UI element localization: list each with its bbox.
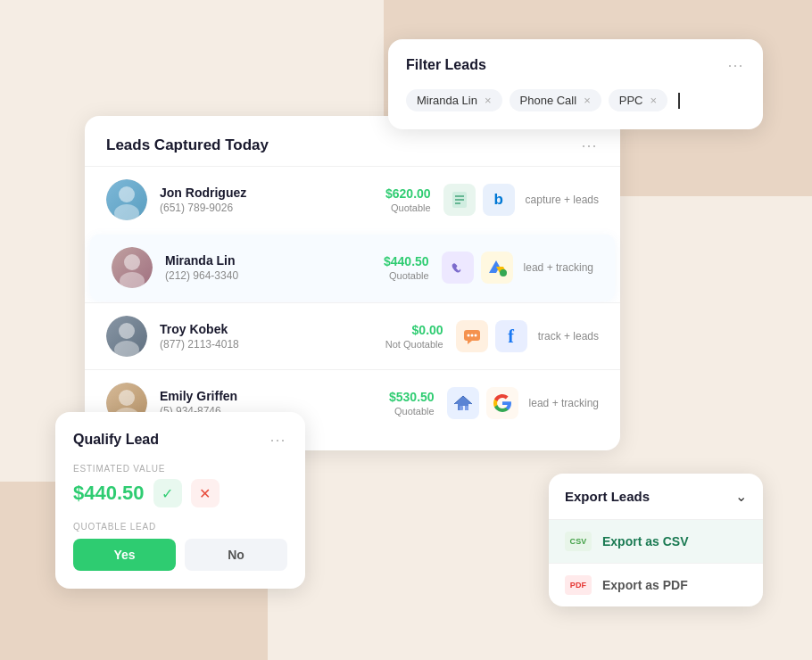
svg-rect-8 bbox=[447, 257, 468, 278]
svg-point-0 bbox=[119, 186, 135, 202]
filter-tag-ppc[interactable]: PPC × bbox=[609, 89, 667, 111]
qualify-value-row: $440.50 ✓ ✕ bbox=[73, 479, 287, 507]
avatar-img-troy bbox=[106, 316, 147, 357]
avatar-svg-troy bbox=[106, 316, 147, 357]
export-card-header: Export Leads ⌄ bbox=[549, 474, 763, 520]
filter-cursor bbox=[678, 93, 680, 109]
lead-name-jon: Jon Rodriguez bbox=[160, 186, 347, 200]
form-icon bbox=[443, 184, 476, 216]
export-csv-label: Export as CSV bbox=[602, 534, 688, 549]
lead-phone-troy: (877) 2113-4018 bbox=[160, 338, 360, 351]
call-icon-svg bbox=[447, 257, 468, 278]
qualify-card-menu[interactable]: ⋯ bbox=[269, 430, 287, 450]
svg-point-6 bbox=[124, 254, 140, 270]
svg-point-17 bbox=[474, 334, 476, 337]
svg-point-9 bbox=[500, 269, 507, 276]
bing-icon: b bbox=[483, 184, 515, 216]
lead-info-jon: Jon Rodriguez (651) 789-9026 bbox=[160, 186, 347, 214]
lead-icons-miranda: lead + tracking bbox=[442, 252, 593, 284]
lead-value-jon: $620.00 Quotable bbox=[360, 186, 431, 213]
form-icon-svg bbox=[450, 190, 469, 210]
lead-name-emily: Emily Griffen bbox=[160, 389, 351, 403]
pdf-icon: PDF bbox=[565, 575, 592, 595]
lead-icons-jon: b capture + leads bbox=[443, 184, 599, 216]
export-pdf-option[interactable]: PDF Export as PDF bbox=[549, 564, 763, 606]
leads-card-menu[interactable]: ⋯ bbox=[581, 136, 599, 155]
lead-row-troy[interactable]: Troy Kobek (877) 2113-4018 $0.00 Not Quo… bbox=[85, 302, 620, 369]
qualify-card-header: Qualify Lead ⋯ bbox=[73, 430, 287, 450]
svg-point-10 bbox=[119, 323, 135, 339]
lead-tag-jon: capture + leads bbox=[526, 194, 599, 206]
avatar-jon bbox=[106, 179, 147, 220]
qualify-quotable-label: QUOTABLE LEAD bbox=[73, 522, 287, 532]
home-icon-svg bbox=[451, 391, 476, 416]
csv-icon: CSV bbox=[565, 532, 592, 551]
filter-card-title: Filter Leads bbox=[406, 57, 486, 73]
lead-value-miranda: $440.50 Quotable bbox=[358, 254, 429, 281]
lead-phone-miranda: (212) 964-3340 bbox=[165, 269, 345, 282]
filter-tag-phone-call-label: Phone Call bbox=[520, 94, 577, 107]
call-icon bbox=[442, 252, 474, 284]
export-title: Export Leads bbox=[565, 489, 650, 504]
avatar-svg-miranda bbox=[112, 247, 153, 288]
export-leads-card: Export Leads ⌄ CSV Export as CSV PDF Exp… bbox=[549, 474, 763, 606]
svg-point-16 bbox=[470, 334, 473, 337]
leads-card-title: Leads Captured Today bbox=[106, 136, 269, 154]
lead-status-emily: Quotable bbox=[363, 406, 435, 417]
google-ads-svg bbox=[485, 255, 510, 280]
filter-tag-phone-call[interactable]: Phone Call × bbox=[510, 89, 601, 111]
leads-card: Leads Captured Today ⋯ Jon Rodriguez (65… bbox=[85, 116, 620, 450]
qualify-cross-button[interactable]: ✕ bbox=[191, 479, 220, 507]
lead-status-troy: Not Quotable bbox=[372, 339, 443, 350]
lead-info-troy: Troy Kobek (877) 2113-4018 bbox=[160, 322, 360, 351]
lead-tag-emily: lead + tracking bbox=[529, 397, 599, 409]
svg-rect-23 bbox=[465, 406, 468, 410]
svg-point-11 bbox=[114, 341, 139, 357]
svg-rect-22 bbox=[460, 406, 463, 410]
filter-tag-miranda[interactable]: Miranda Lin × bbox=[406, 89, 502, 111]
lead-status-miranda: Quotable bbox=[358, 270, 429, 281]
svg-point-1 bbox=[114, 204, 139, 220]
qualify-amount: $440.50 bbox=[73, 482, 145, 505]
qualify-yes-button[interactable]: Yes bbox=[73, 539, 176, 571]
svg-point-7 bbox=[120, 272, 145, 288]
chat-icon-svg bbox=[460, 324, 485, 349]
lead-row-jon[interactable]: Jon Rodriguez (651) 789-9026 $620.00 Quo… bbox=[85, 166, 620, 233]
qualify-buttons: Yes No bbox=[73, 539, 287, 571]
google-icon-svg bbox=[491, 392, 514, 415]
lead-phone-jon: (651) 789-9026 bbox=[160, 202, 347, 214]
filter-card-menu-icon[interactable]: ⋯ bbox=[727, 55, 745, 75]
lead-amount-jon: $620.00 bbox=[360, 186, 431, 201]
qualify-lead-card: Qualify Lead ⋯ ESTIMATED VALUE $440.50 ✓… bbox=[55, 412, 305, 589]
svg-point-15 bbox=[467, 334, 469, 337]
lead-tag-miranda: lead + tracking bbox=[524, 261, 593, 274]
export-csv-option[interactable]: CSV Export as CSV bbox=[549, 520, 763, 564]
filter-tag-miranda-label: Miranda Lin bbox=[417, 94, 477, 107]
home-icon bbox=[447, 387, 479, 419]
filter-tag-ppc-close[interactable]: × bbox=[650, 94, 657, 107]
qualify-estimated-value-label: ESTIMATED VALUE bbox=[73, 464, 287, 474]
filter-card-header: Filter Leads ⋯ bbox=[406, 55, 745, 75]
export-chevron-icon[interactable]: ⌄ bbox=[735, 488, 747, 505]
lead-amount-emily: $530.50 bbox=[363, 390, 435, 404]
avatar-img-jon bbox=[106, 179, 147, 220]
qualify-no-button[interactable]: No bbox=[185, 539, 287, 571]
avatar-img-miranda bbox=[112, 247, 153, 288]
lead-status-jon: Quotable bbox=[360, 202, 431, 213]
qualify-check-button[interactable]: ✓ bbox=[153, 479, 182, 507]
filter-tag-miranda-close[interactable]: × bbox=[485, 94, 492, 107]
lead-value-emily: $530.50 Quotable bbox=[363, 390, 435, 417]
qualify-card-title: Qualify Lead bbox=[73, 432, 159, 448]
google-icon bbox=[486, 387, 518, 419]
lead-tag-troy: track + leads bbox=[538, 330, 599, 342]
filter-tag-phone-call-close[interactable]: × bbox=[584, 94, 591, 107]
svg-point-18 bbox=[119, 390, 135, 406]
avatar-miranda bbox=[112, 247, 153, 288]
avatar-svg-jon bbox=[106, 179, 147, 220]
lead-amount-troy: $0.00 bbox=[372, 323, 443, 337]
lead-info-miranda: Miranda Lin (212) 964-3340 bbox=[165, 253, 345, 282]
facebook-icon: f bbox=[495, 320, 527, 352]
lead-icons-emily: lead + tracking bbox=[447, 387, 599, 419]
lead-row-miranda[interactable]: Miranda Lin (212) 964-3340 $440.50 Quota… bbox=[90, 235, 615, 301]
lead-amount-miranda: $440.50 bbox=[358, 254, 429, 268]
